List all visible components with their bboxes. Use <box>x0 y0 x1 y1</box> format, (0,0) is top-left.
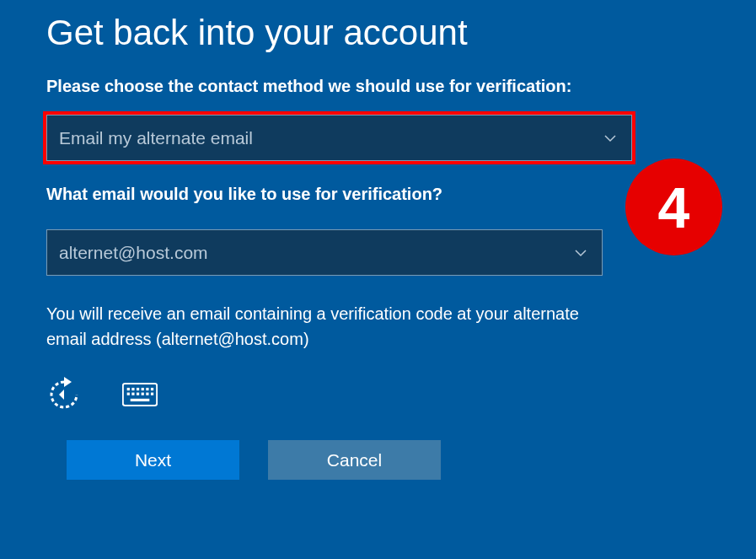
email-select-selected: alternet@host.com <box>59 243 208 263</box>
contact-method-label: Please choose the contact method we shou… <box>46 77 710 96</box>
email-select-dropdown[interactable]: alternet@host.com <box>46 229 603 276</box>
email-select-label: What email would you like to use for ver… <box>46 185 710 204</box>
svg-rect-8 <box>131 393 134 395</box>
info-email: (alternet@host.com) <box>156 330 308 348</box>
svg-rect-3 <box>137 388 139 390</box>
svg-rect-6 <box>151 388 153 390</box>
page-title: Get back into your account <box>46 0 710 53</box>
cancel-button[interactable]: Cancel <box>268 440 441 480</box>
icon-row <box>46 377 710 412</box>
button-row: Next Cancel <box>67 440 710 480</box>
info-prefix: You will receive an email containing a v… <box>46 304 579 348</box>
step-badge-number: 4 <box>658 179 690 236</box>
svg-rect-10 <box>142 393 144 395</box>
svg-rect-13 <box>131 399 150 401</box>
next-button[interactable]: Next <box>67 440 239 480</box>
refresh-icon[interactable] <box>46 377 82 412</box>
step-badge: 4 <box>625 159 722 255</box>
svg-rect-4 <box>142 388 144 390</box>
svg-rect-9 <box>137 393 139 395</box>
svg-rect-1 <box>127 388 130 390</box>
svg-rect-5 <box>146 388 148 390</box>
svg-rect-11 <box>146 393 148 395</box>
contact-method-selected: Email my alternate email <box>59 128 253 148</box>
svg-rect-12 <box>151 393 153 395</box>
svg-rect-7 <box>127 393 130 395</box>
chevron-down-icon <box>604 132 616 144</box>
contact-method-dropdown[interactable]: Email my alternate email <box>46 115 632 161</box>
keyboard-icon[interactable] <box>122 377 158 412</box>
svg-rect-2 <box>131 388 134 390</box>
chevron-down-icon <box>575 247 587 259</box>
verification-info-text: You will receive an email containing a v… <box>46 301 603 352</box>
